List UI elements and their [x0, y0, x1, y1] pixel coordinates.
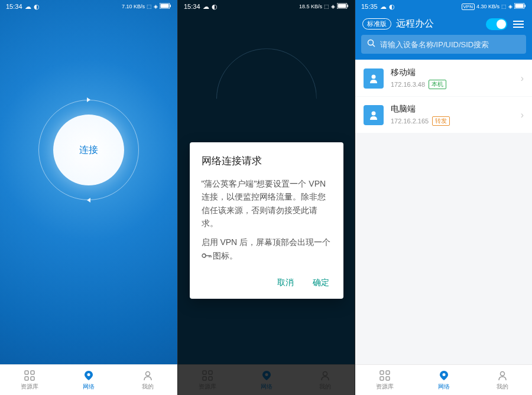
dialog-body: "蒲公英客户端"想要设置一个 VPN 连接，以便监控网络流量。除非您信任该来源，…	[202, 177, 332, 262]
device-tag: 转发	[432, 116, 450, 126]
status-time: 15:34	[6, 3, 22, 10]
person-icon	[497, 370, 508, 381]
cloud-icon: ☁	[25, 3, 31, 11]
device-item[interactable]: 电脑端 172.16.2.165 转发 ›	[355, 97, 532, 133]
network-icon	[438, 370, 450, 381]
svg-line-26	[373, 45, 375, 47]
nav-label: 资源库	[376, 383, 394, 391]
device-avatar-icon	[364, 68, 384, 89]
edition-badge: 标准版	[362, 18, 391, 30]
connection-toggle[interactable]	[486, 18, 507, 30]
status-bar: 15:34 ☁ ◐ 7.10 KB/s ⬚ ◈	[0, 0, 177, 13]
menu-icon[interactable]	[512, 19, 525, 29]
svg-rect-1	[161, 4, 169, 8]
cloud-icon: ☁	[203, 3, 209, 11]
chevron-right-icon: ›	[521, 110, 524, 120]
svg-point-34	[501, 371, 505, 376]
status-bar: 15:35 ☁ ◐ VPN 4.30 KB/s ⬚ ◈	[355, 0, 532, 13]
vpn-badge: VPN	[462, 4, 475, 10]
bottom-nav: 资源库 网络 我的	[355, 364, 532, 395]
nav-network[interactable]: 网络	[59, 365, 118, 395]
device-avatar-icon	[364, 105, 384, 125]
device-name: 电脑端	[391, 104, 514, 115]
page-title: 远程办公	[396, 18, 481, 30]
phone-screen-device-list: 15:35 ☁ ◐ VPN 4.30 KB/s ⬚ ◈ 标准版 远程办公	[355, 0, 532, 395]
nav-network[interactable]: 网络	[414, 365, 473, 395]
phone-screen-dialog: 15:34 ☁ ◐ 18.5 KB/s ⬚ ◈ 网络连接请求 "蒲公英客户端"想…	[177, 0, 355, 395]
svg-point-27	[372, 74, 376, 79]
svg-point-8	[146, 371, 150, 376]
connect-label: 连接	[79, 144, 98, 156]
svg-rect-5	[25, 377, 28, 380]
svg-rect-29	[380, 371, 384, 374]
speed-indicator: 18.5 KB/s	[299, 4, 322, 9]
nav-mine[interactable]: 我的	[118, 365, 177, 395]
svg-rect-32	[386, 377, 390, 380]
person-icon	[142, 370, 154, 381]
speed-indicator: 4.30 KB/s	[476, 4, 499, 9]
circle-icon: ◐	[389, 3, 395, 11]
nav-resources[interactable]: 资源库	[0, 365, 59, 395]
key-icon	[202, 249, 211, 255]
device-ip: 172.16.2.165	[391, 117, 429, 125]
dialog-actions: 取消 确定	[202, 270, 332, 292]
battery-icon	[160, 3, 171, 10]
cloud-icon: ☁	[380, 3, 387, 11]
connect-button[interactable]: 连接	[53, 115, 124, 185]
nav-resources[interactable]: 资源库	[355, 365, 414, 395]
device-ip: 172.16.3.48	[391, 81, 425, 88]
speed-indicator: 7.10 KB/s	[122, 4, 145, 9]
confirm-button[interactable]: 确定	[310, 274, 332, 292]
svg-rect-24	[525, 5, 526, 7]
nfc-icon: ⬚	[501, 4, 507, 9]
search-icon	[367, 39, 375, 50]
dialog-body-line2: 启用 VPN 后，屏幕顶部会出现一个 图标。	[202, 236, 332, 262]
network-icon	[83, 370, 95, 381]
wifi-icon: ◈	[154, 4, 158, 9]
svg-point-33	[442, 373, 445, 376]
svg-rect-4	[31, 371, 34, 374]
bottom-nav: 资源库 网络 我的	[0, 364, 177, 395]
battery-icon	[337, 3, 349, 10]
vpn-permission-dialog: 网络连接请求 "蒲公英客户端"想要设置一个 VPN 连接，以便监控网络流量。除非…	[190, 142, 343, 299]
svg-rect-6	[31, 377, 34, 380]
wifi-icon: ◈	[331, 4, 335, 9]
connect-ring: 连接	[38, 100, 139, 200]
nav-label: 资源库	[21, 383, 38, 391]
dialog-body-line1: "蒲公英客户端"想要设置一个 VPN 连接，以便监控网络流量。除非您信任该来源，…	[202, 177, 332, 230]
device-info: 移动端 172.16.3.48 本机	[391, 67, 514, 89]
nav-label: 网络	[438, 383, 450, 391]
dialog-title: 网络连接请求	[202, 154, 332, 168]
chevron-right-icon: ›	[521, 73, 524, 84]
cancel-button[interactable]: 取消	[275, 274, 296, 292]
device-item[interactable]: 移动端 172.16.3.48 本机 ›	[355, 60, 532, 96]
wifi-icon: ◈	[508, 4, 512, 9]
nav-label: 我的	[497, 383, 508, 391]
circle-icon: ◐	[212, 3, 218, 11]
phone-screen-connect: 15:34 ☁ ◐ 7.10 KB/s ⬚ ◈ 连接	[0, 0, 177, 395]
search-box[interactable]	[361, 35, 526, 54]
device-tag: 本机	[429, 80, 446, 89]
grid-icon	[24, 370, 35, 381]
status-bar: 15:34 ☁ ◐ 18.5 KB/s ⬚ ◈	[178, 0, 355, 13]
nav-label: 网络	[83, 383, 95, 391]
title-bar: 标准版 远程办公	[355, 13, 532, 35]
nav-mine[interactable]: 我的	[473, 365, 532, 395]
battery-icon	[514, 3, 526, 10]
svg-rect-3	[25, 371, 28, 374]
device-info: 电脑端 172.16.2.165 转发	[391, 104, 514, 126]
search-input[interactable]	[380, 40, 520, 49]
svg-point-25	[368, 40, 374, 45]
device-list: 移动端 172.16.3.48 本机 › 电脑端 172.16.2.165	[355, 60, 532, 395]
svg-rect-2	[170, 5, 171, 7]
device-name: 移动端	[391, 67, 514, 78]
nfc-icon: ⬚	[324, 4, 329, 9]
grid-icon	[379, 370, 391, 381]
svg-rect-30	[386, 371, 390, 374]
nfc-icon: ⬚	[147, 4, 152, 9]
nav-label: 我的	[142, 383, 154, 391]
svg-rect-10	[338, 4, 346, 8]
svg-rect-23	[515, 4, 524, 8]
svg-point-7	[87, 373, 90, 376]
status-time: 15:35	[361, 3, 378, 10]
